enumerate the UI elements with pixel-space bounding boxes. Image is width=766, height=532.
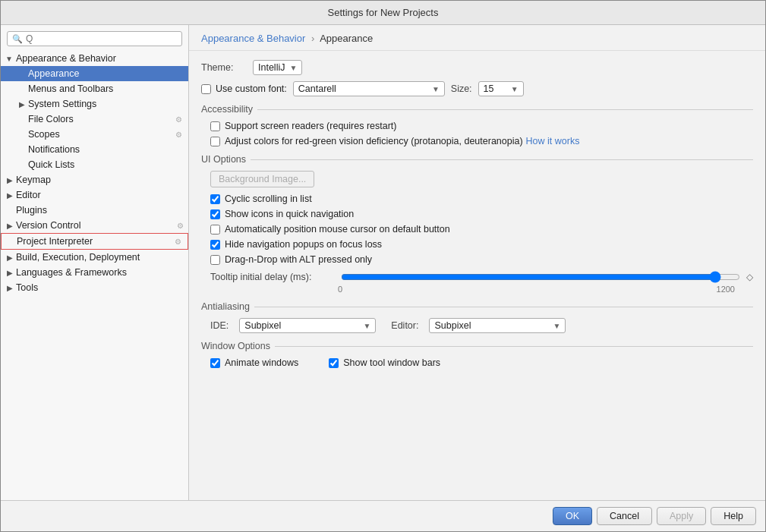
search-box[interactable]: 🔍 xyxy=(7,31,182,46)
hide-nav-row: Hide navigation popups on focus loss xyxy=(210,239,753,250)
ide-aa-value: Subpixel xyxy=(244,320,281,331)
sidebar-item-scopes[interactable]: Scopes ⚙ xyxy=(1,127,188,142)
custom-font-label: Use custom font: xyxy=(216,83,287,94)
cyclic-scrolling-label: Cyclic scrolling in list xyxy=(225,194,312,204)
expand-arrow-icon: ▶ xyxy=(7,284,13,292)
expand-arrow-icon: ▶ xyxy=(7,176,13,184)
window-options-section: Window Options Animate windows Show tool… xyxy=(201,341,753,373)
size-label: Size: xyxy=(451,83,472,94)
expand-arrow-icon: ▶ xyxy=(7,269,13,277)
breadcrumb-separator: › xyxy=(311,33,314,44)
sidebar-group-label: Version Control xyxy=(16,220,80,231)
section-divider xyxy=(251,159,753,160)
sidebar-group-label: System Settings xyxy=(28,99,96,109)
sidebar-item-keymap[interactable]: ▶ Keymap xyxy=(1,172,188,187)
sidebar-item-system-settings[interactable]: ▶ System Settings xyxy=(1,96,188,112)
window-options-title: Window Options xyxy=(201,341,275,351)
help-button[interactable]: Help xyxy=(711,507,756,525)
adjust-colors-row: Adjust colors for red-green vision defic… xyxy=(201,136,753,146)
search-input[interactable] xyxy=(26,33,177,44)
theme-row: Theme: IntelliJ ▼ xyxy=(201,60,753,75)
size-value: 15 xyxy=(484,83,494,94)
theme-value: IntelliJ xyxy=(258,62,285,73)
sidebar-item-project-interpreter[interactable]: Project Interpreter ⚙ xyxy=(1,233,188,250)
editor-aa-dropdown[interactable]: Subpixel ▼ xyxy=(429,318,566,333)
sidebar-item-label: File Colors xyxy=(28,114,74,124)
size-dropdown[interactable]: 15 ▼ xyxy=(478,81,524,96)
drag-drop-checkbox[interactable] xyxy=(210,255,220,265)
auto-position-checkbox[interactable] xyxy=(210,225,220,235)
hide-nav-label: Hide navigation popups on focus loss xyxy=(225,239,382,250)
sidebar-item-label: Quick Lists xyxy=(28,159,74,170)
antialiasing-row: IDE: Subpixel ▼ Editor: Subpixel ▼ xyxy=(201,318,753,333)
show-icons-label: Show icons in quick navigation xyxy=(225,209,354,219)
dropdown-arrow-icon: ▼ xyxy=(432,85,440,93)
sidebar-item-appearance[interactable]: Appearance xyxy=(1,66,188,81)
main-content: Appearance & Behavior › Appearance Theme… xyxy=(189,25,765,500)
sidebar-item-label: Notifications xyxy=(28,144,80,155)
cyclic-scrolling-checkbox[interactable] xyxy=(210,194,220,204)
auto-position-row: Automatically position mouse cursor on d… xyxy=(210,224,753,235)
breadcrumb-parent[interactable]: Appearance & Behavior xyxy=(201,33,305,44)
settings-panel: Theme: IntelliJ ▼ Use custom font: Canta… xyxy=(189,51,765,500)
animate-windows-label: Animate windows xyxy=(225,357,298,368)
sidebar-item-editor[interactable]: ▶ Editor xyxy=(1,187,188,203)
bg-image-label: Background Image... xyxy=(219,174,306,184)
slider-min-label: 0 xyxy=(210,285,342,294)
sidebar-item-label: Scopes xyxy=(28,129,60,140)
sidebar-item-notifications[interactable]: Notifications xyxy=(1,142,188,157)
expand-arrow-icon: ▶ xyxy=(7,191,13,200)
sidebar-item-version-control[interactable]: ▶ Version Control ⚙ xyxy=(1,218,188,233)
antialiasing-header: Antialiasing xyxy=(201,301,753,312)
show-icons-checkbox[interactable] xyxy=(210,209,220,219)
breadcrumb: Appearance & Behavior › Appearance xyxy=(189,25,765,51)
sidebar-item-build-execution[interactable]: ▶ Build, Execution, Deployment xyxy=(1,250,188,265)
auto-position-label: Automatically position mouse cursor on d… xyxy=(225,224,450,235)
hide-nav-checkbox[interactable] xyxy=(210,240,220,250)
cancel-button[interactable]: Cancel xyxy=(597,507,652,525)
sidebar-group-label: Tools xyxy=(16,282,38,293)
slider-labels: 0 1200 xyxy=(210,285,753,294)
font-dropdown[interactable]: Cantarell ▼ xyxy=(293,81,445,96)
tooltip-delay-slider[interactable] xyxy=(341,271,740,283)
accessibility-header: Accessibility xyxy=(201,104,753,115)
accessibility-title: Accessibility xyxy=(201,104,257,115)
sidebar-item-languages-frameworks[interactable]: ▶ Languages & Frameworks xyxy=(1,265,188,280)
ui-options-content: Background Image... Cyclic scrolling in … xyxy=(201,171,753,294)
sidebar-item-file-colors[interactable]: File Colors ⚙ xyxy=(1,112,188,127)
animate-windows-checkbox[interactable] xyxy=(210,358,220,368)
ide-aa-dropdown[interactable]: Subpixel ▼ xyxy=(239,318,376,333)
ui-options-section: UI Options Background Image... Cyclic sc… xyxy=(201,154,753,294)
dropdown-arrow-icon: ▼ xyxy=(511,85,519,93)
sidebar-item-quick-lists[interactable]: Quick Lists xyxy=(1,157,188,172)
section-divider xyxy=(254,307,753,307)
search-icon: 🔍 xyxy=(12,34,23,44)
window-options-header: Window Options xyxy=(201,341,753,351)
sidebar-group-label: Keymap xyxy=(16,175,51,185)
expand-arrow-icon: ▶ xyxy=(19,100,25,109)
sidebar-item-plugins[interactable]: Plugins xyxy=(1,203,188,218)
custom-font-checkbox[interactable] xyxy=(201,84,211,94)
slider-row: Tooltip initial delay (ms): ◇ xyxy=(210,271,753,283)
settings-dialog: Settings for New Projects 🔍 ▼ Appearance… xyxy=(0,0,766,532)
dialog-body: 🔍 ▼ Appearance & Behavior Appearance Men… xyxy=(1,25,765,500)
how-it-works-link[interactable]: How it works xyxy=(526,136,580,146)
sidebar-group-label: Build, Execution, Deployment xyxy=(16,252,140,263)
apply-button[interactable]: Apply xyxy=(657,507,706,525)
cyclic-scrolling-row: Cyclic scrolling in list xyxy=(210,194,753,204)
screen-readers-row: Support screen readers (requires restart… xyxy=(201,121,753,131)
sidebar-item-tools[interactable]: ▶ Tools xyxy=(1,280,188,295)
theme-dropdown[interactable]: IntelliJ ▼ xyxy=(253,60,302,75)
screen-readers-checkbox[interactable] xyxy=(210,121,220,131)
show-toolbars-checkbox[interactable] xyxy=(329,358,339,368)
dropdown-arrow-icon: ▼ xyxy=(289,64,297,72)
ok-button[interactable]: OK xyxy=(553,507,592,525)
sidebar-item-menus-toolbars[interactable]: Menus and Toolbars xyxy=(1,81,188,96)
drag-drop-label: Drag-n-Drop with ALT pressed only xyxy=(225,254,372,265)
adjust-colors-checkbox[interactable] xyxy=(210,137,220,146)
sidebar-item-appearance-behavior[interactable]: ▼ Appearance & Behavior xyxy=(1,51,188,66)
adjust-colors-label: Adjust colors for red-green vision defic… xyxy=(225,136,523,146)
ide-aa-label: IDE: xyxy=(210,320,229,331)
bg-image-button[interactable]: Background Image... xyxy=(210,171,314,187)
tooltip-delay-label: Tooltip initial delay (ms): xyxy=(210,272,338,282)
